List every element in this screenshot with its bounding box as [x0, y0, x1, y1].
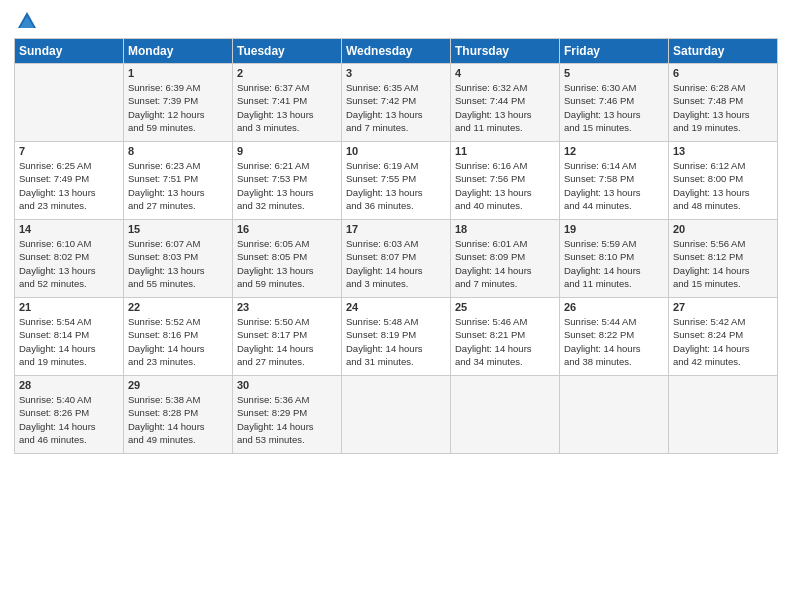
day-info: Sunrise: 6:05 AM Sunset: 8:05 PM Dayligh… [237, 237, 337, 290]
day-cell: 6Sunrise: 6:28 AM Sunset: 7:48 PM Daylig… [669, 64, 778, 142]
col-header-friday: Friday [560, 39, 669, 64]
day-number: 1 [128, 67, 228, 79]
day-number: 28 [19, 379, 119, 391]
day-cell: 8Sunrise: 6:23 AM Sunset: 7:51 PM Daylig… [124, 142, 233, 220]
logo [14, 10, 40, 32]
col-header-saturday: Saturday [669, 39, 778, 64]
day-cell: 5Sunrise: 6:30 AM Sunset: 7:46 PM Daylig… [560, 64, 669, 142]
day-cell: 9Sunrise: 6:21 AM Sunset: 7:53 PM Daylig… [233, 142, 342, 220]
day-cell [15, 64, 124, 142]
day-cell: 13Sunrise: 6:12 AM Sunset: 8:00 PM Dayli… [669, 142, 778, 220]
day-cell: 27Sunrise: 5:42 AM Sunset: 8:24 PM Dayli… [669, 298, 778, 376]
day-info: Sunrise: 6:03 AM Sunset: 8:07 PM Dayligh… [346, 237, 446, 290]
day-cell [560, 376, 669, 454]
day-info: Sunrise: 5:48 AM Sunset: 8:19 PM Dayligh… [346, 315, 446, 368]
day-cell: 22Sunrise: 5:52 AM Sunset: 8:16 PM Dayli… [124, 298, 233, 376]
day-cell: 16Sunrise: 6:05 AM Sunset: 8:05 PM Dayli… [233, 220, 342, 298]
day-cell [451, 376, 560, 454]
day-cell: 21Sunrise: 5:54 AM Sunset: 8:14 PM Dayli… [15, 298, 124, 376]
day-number: 23 [237, 301, 337, 313]
day-info: Sunrise: 6:16 AM Sunset: 7:56 PM Dayligh… [455, 159, 555, 212]
day-cell [342, 376, 451, 454]
day-info: Sunrise: 5:36 AM Sunset: 8:29 PM Dayligh… [237, 393, 337, 446]
day-info: Sunrise: 6:19 AM Sunset: 7:55 PM Dayligh… [346, 159, 446, 212]
day-cell: 14Sunrise: 6:10 AM Sunset: 8:02 PM Dayli… [15, 220, 124, 298]
day-number: 17 [346, 223, 446, 235]
day-cell: 24Sunrise: 5:48 AM Sunset: 8:19 PM Dayli… [342, 298, 451, 376]
day-number: 29 [128, 379, 228, 391]
day-info: Sunrise: 6:39 AM Sunset: 7:39 PM Dayligh… [128, 81, 228, 134]
col-header-wednesday: Wednesday [342, 39, 451, 64]
day-cell: 3Sunrise: 6:35 AM Sunset: 7:42 PM Daylig… [342, 64, 451, 142]
day-info: Sunrise: 5:44 AM Sunset: 8:22 PM Dayligh… [564, 315, 664, 368]
day-number: 6 [673, 67, 773, 79]
day-cell: 30Sunrise: 5:36 AM Sunset: 8:29 PM Dayli… [233, 376, 342, 454]
day-info: Sunrise: 6:14 AM Sunset: 7:58 PM Dayligh… [564, 159, 664, 212]
day-info: Sunrise: 6:12 AM Sunset: 8:00 PM Dayligh… [673, 159, 773, 212]
day-number: 12 [564, 145, 664, 157]
col-header-sunday: Sunday [15, 39, 124, 64]
day-info: Sunrise: 6:32 AM Sunset: 7:44 PM Dayligh… [455, 81, 555, 134]
day-number: 21 [19, 301, 119, 313]
day-number: 5 [564, 67, 664, 79]
week-row-3: 14Sunrise: 6:10 AM Sunset: 8:02 PM Dayli… [15, 220, 778, 298]
week-row-2: 7Sunrise: 6:25 AM Sunset: 7:49 PM Daylig… [15, 142, 778, 220]
day-info: Sunrise: 5:42 AM Sunset: 8:24 PM Dayligh… [673, 315, 773, 368]
calendar-table: SundayMondayTuesdayWednesdayThursdayFrid… [14, 38, 778, 454]
day-info: Sunrise: 6:30 AM Sunset: 7:46 PM Dayligh… [564, 81, 664, 134]
day-info: Sunrise: 5:50 AM Sunset: 8:17 PM Dayligh… [237, 315, 337, 368]
day-info: Sunrise: 6:25 AM Sunset: 7:49 PM Dayligh… [19, 159, 119, 212]
day-cell: 17Sunrise: 6:03 AM Sunset: 8:07 PM Dayli… [342, 220, 451, 298]
page-container: SundayMondayTuesdayWednesdayThursdayFrid… [0, 0, 792, 462]
day-cell: 29Sunrise: 5:38 AM Sunset: 8:28 PM Dayli… [124, 376, 233, 454]
day-cell: 26Sunrise: 5:44 AM Sunset: 8:22 PM Dayli… [560, 298, 669, 376]
col-header-monday: Monday [124, 39, 233, 64]
day-cell: 7Sunrise: 6:25 AM Sunset: 7:49 PM Daylig… [15, 142, 124, 220]
day-cell: 1Sunrise: 6:39 AM Sunset: 7:39 PM Daylig… [124, 64, 233, 142]
day-cell [669, 376, 778, 454]
logo-icon [16, 10, 38, 32]
week-row-5: 28Sunrise: 5:40 AM Sunset: 8:26 PM Dayli… [15, 376, 778, 454]
day-info: Sunrise: 5:56 AM Sunset: 8:12 PM Dayligh… [673, 237, 773, 290]
day-cell: 10Sunrise: 6:19 AM Sunset: 7:55 PM Dayli… [342, 142, 451, 220]
day-info: Sunrise: 5:46 AM Sunset: 8:21 PM Dayligh… [455, 315, 555, 368]
day-number: 25 [455, 301, 555, 313]
day-number: 26 [564, 301, 664, 313]
day-cell: 23Sunrise: 5:50 AM Sunset: 8:17 PM Dayli… [233, 298, 342, 376]
day-number: 9 [237, 145, 337, 157]
day-number: 27 [673, 301, 773, 313]
day-number: 11 [455, 145, 555, 157]
day-number: 2 [237, 67, 337, 79]
day-number: 22 [128, 301, 228, 313]
day-number: 16 [237, 223, 337, 235]
day-cell: 19Sunrise: 5:59 AM Sunset: 8:10 PM Dayli… [560, 220, 669, 298]
day-number: 14 [19, 223, 119, 235]
day-cell: 12Sunrise: 6:14 AM Sunset: 7:58 PM Dayli… [560, 142, 669, 220]
day-cell: 25Sunrise: 5:46 AM Sunset: 8:21 PM Dayli… [451, 298, 560, 376]
day-number: 19 [564, 223, 664, 235]
day-info: Sunrise: 5:38 AM Sunset: 8:28 PM Dayligh… [128, 393, 228, 446]
day-cell: 15Sunrise: 6:07 AM Sunset: 8:03 PM Dayli… [124, 220, 233, 298]
day-cell: 11Sunrise: 6:16 AM Sunset: 7:56 PM Dayli… [451, 142, 560, 220]
header [14, 10, 778, 32]
day-cell: 20Sunrise: 5:56 AM Sunset: 8:12 PM Dayli… [669, 220, 778, 298]
day-number: 8 [128, 145, 228, 157]
day-number: 24 [346, 301, 446, 313]
day-cell: 2Sunrise: 6:37 AM Sunset: 7:41 PM Daylig… [233, 64, 342, 142]
week-row-1: 1Sunrise: 6:39 AM Sunset: 7:39 PM Daylig… [15, 64, 778, 142]
day-number: 10 [346, 145, 446, 157]
day-number: 3 [346, 67, 446, 79]
day-info: Sunrise: 5:52 AM Sunset: 8:16 PM Dayligh… [128, 315, 228, 368]
header-row: SundayMondayTuesdayWednesdayThursdayFrid… [15, 39, 778, 64]
day-info: Sunrise: 6:10 AM Sunset: 8:02 PM Dayligh… [19, 237, 119, 290]
day-info: Sunrise: 6:37 AM Sunset: 7:41 PM Dayligh… [237, 81, 337, 134]
col-header-tuesday: Tuesday [233, 39, 342, 64]
day-number: 20 [673, 223, 773, 235]
day-info: Sunrise: 6:07 AM Sunset: 8:03 PM Dayligh… [128, 237, 228, 290]
day-number: 4 [455, 67, 555, 79]
day-info: Sunrise: 5:59 AM Sunset: 8:10 PM Dayligh… [564, 237, 664, 290]
day-cell: 18Sunrise: 6:01 AM Sunset: 8:09 PM Dayli… [451, 220, 560, 298]
day-info: Sunrise: 6:35 AM Sunset: 7:42 PM Dayligh… [346, 81, 446, 134]
day-info: Sunrise: 6:28 AM Sunset: 7:48 PM Dayligh… [673, 81, 773, 134]
day-info: Sunrise: 5:54 AM Sunset: 8:14 PM Dayligh… [19, 315, 119, 368]
